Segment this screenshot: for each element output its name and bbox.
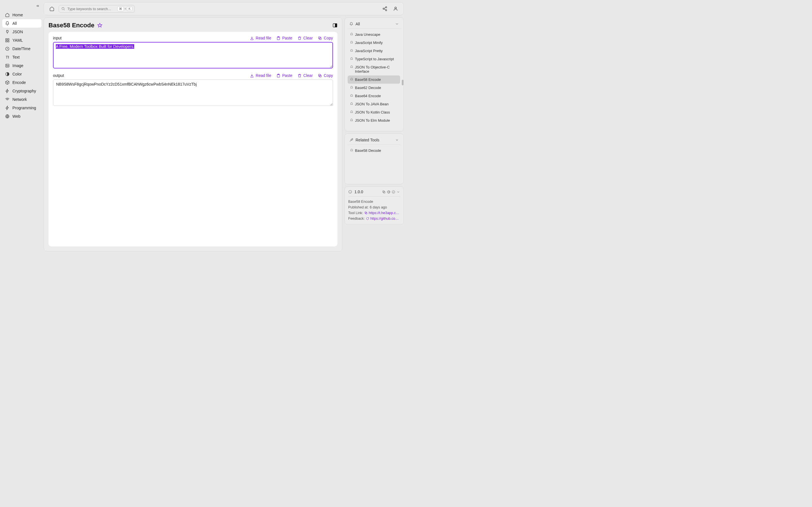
output-clear-button[interactable]: Clear: [297, 73, 313, 78]
input-copy-button[interactable]: Copy: [318, 36, 333, 40]
sidebar-item-datetime[interactable]: Date/Time: [2, 45, 42, 53]
tool-item-json-kotlin[interactable]: JSON To Kotlin Class: [348, 108, 400, 116]
svg-rect-15: [335, 24, 337, 27]
tool-item-base64-encode[interactable]: Base64 Encode: [348, 92, 400, 100]
wifi-icon: [5, 97, 10, 102]
bell-icon: [350, 110, 353, 114]
search-box[interactable]: ⌘ + K: [59, 5, 135, 13]
output-copy-button[interactable]: Copy: [318, 73, 333, 78]
sidebar-item-color[interactable]: Color: [2, 70, 42, 78]
tool-item-json-objc[interactable]: JSON To Objective-C Interface: [348, 63, 400, 75]
sidebar-item-yaml[interactable]: YAML: [2, 36, 42, 45]
published-value: 6 days ago: [370, 205, 387, 209]
bell-icon: [350, 119, 353, 122]
related-tools-list: Base58 Decode: [348, 147, 401, 181]
sidebar-item-label: Encode: [12, 80, 26, 85]
svg-rect-2: [6, 41, 7, 42]
sidebar-item-image[interactable]: Image: [2, 61, 42, 70]
bell-icon: [350, 65, 353, 69]
related-tools-title: Related Tools: [356, 138, 379, 142]
svg-point-28: [392, 190, 395, 193]
sidebar-item-label: YAML: [12, 38, 23, 43]
scrollbar-thumb[interactable]: [402, 80, 403, 86]
user-button[interactable]: [392, 5, 400, 13]
contrast-icon: [5, 72, 10, 76]
favorite-button[interactable]: [97, 23, 102, 28]
feedback-link[interactable]: https://github.com/…: [370, 217, 400, 221]
bell-icon: [350, 94, 353, 98]
svg-point-13: [395, 7, 396, 9]
feedback-label: Feedback:: [348, 217, 364, 221]
all-tools-card: All Java Unescape JavaScript Minify Java…: [345, 17, 404, 131]
output-label: output: [53, 73, 64, 78]
main-area: ⌘ + K Base58 Encode: [44, 0, 406, 253]
tool-item-base62-decode[interactable]: Base62 Decode: [348, 83, 400, 92]
sidebar-item-encode[interactable]: Encode: [2, 78, 42, 87]
all-tools-list[interactable]: Java Unescape JavaScript Minify JavaScri…: [348, 31, 401, 128]
tool-item-js-minify[interactable]: JavaScript Minify: [348, 39, 400, 47]
sidebar-item-programming[interactable]: Programming: [2, 104, 42, 112]
svg-point-12: [386, 10, 387, 11]
bell-icon: [5, 21, 10, 25]
sidebar-item-text[interactable]: Text: [2, 53, 42, 61]
output-paste-button[interactable]: Paste: [276, 73, 292, 78]
input-label: input: [53, 36, 61, 40]
output-read-file-button[interactable]: Read file: [250, 73, 271, 78]
input-paste-button[interactable]: Paste: [276, 36, 292, 40]
sidebar-item-network[interactable]: Network: [2, 95, 42, 104]
sidebar-item-cryptography[interactable]: Cryptography: [2, 87, 42, 95]
tool-item-js-pretty[interactable]: JavaScript Pretty: [348, 47, 400, 55]
tool-item-json-elm[interactable]: JSON To Elm Module: [348, 116, 400, 124]
bell-icon: [350, 49, 353, 52]
sidebar-item-home[interactable]: Home: [2, 11, 42, 19]
box-icon: [5, 80, 10, 85]
svg-point-9: [62, 7, 64, 10]
copy-icon[interactable]: [382, 190, 386, 194]
sidebar-item-web[interactable]: Web: [2, 112, 42, 121]
sidebar-item-all[interactable]: All: [2, 19, 42, 27]
svg-rect-3: [8, 41, 9, 42]
bolt-icon: [5, 106, 10, 110]
input-textarea[interactable]: [53, 42, 333, 68]
input-read-file-button[interactable]: Read file: [250, 36, 271, 40]
chevron-down-icon[interactable]: [396, 190, 400, 194]
tool-item-java-unescape[interactable]: Java Unescape: [348, 31, 400, 39]
chevron-down-icon[interactable]: [395, 138, 399, 142]
tool-body: input Read file Paste Clear: [49, 32, 338, 246]
tool-link[interactable]: https://t.he3app.co…: [369, 211, 400, 215]
output-textarea[interactable]: [53, 79, 333, 106]
wrench-icon: [349, 138, 353, 142]
bell-icon: [350, 41, 353, 44]
clock-icon: [5, 47, 10, 51]
plug-icon: [5, 30, 10, 34]
chevron-down-icon[interactable]: [395, 22, 399, 26]
tool-item-base58-decode[interactable]: Base58 Decode: [348, 147, 401, 155]
info-icon: [348, 190, 352, 194]
sidebar-item-label: Image: [12, 63, 23, 68]
message-icon: [366, 217, 369, 220]
sidebar-collapse-button[interactable]: [2, 3, 42, 11]
search-input[interactable]: [67, 7, 115, 11]
sidebar-item-json[interactable]: JSON: [2, 27, 42, 36]
grid-icon: [5, 38, 10, 43]
share-button[interactable]: [381, 5, 389, 13]
home-button[interactable]: [48, 5, 56, 13]
tool-link-label: Tool Link:: [348, 211, 363, 215]
input-clear-button[interactable]: Clear: [297, 36, 313, 40]
sidebar-item-label: Programming: [12, 106, 36, 110]
kbd-k: K: [127, 6, 132, 11]
panel-toggle-button[interactable]: [333, 23, 338, 28]
keyboard-shortcut: ⌘ + K: [117, 6, 132, 11]
bell-icon: [350, 33, 353, 36]
svg-rect-5: [6, 64, 9, 67]
related-tools-card: Related Tools Base58 Decode: [345, 133, 404, 184]
tool-item-ts-to-js[interactable]: TypeScript to Javascript: [348, 55, 400, 63]
image-icon: [5, 63, 10, 68]
sidebar-item-label: Text: [12, 55, 20, 59]
globe-icon[interactable]: [387, 190, 391, 194]
tool-item-base58-encode[interactable]: Base58 Encode: [348, 75, 400, 83]
tool-item-json-java-bean[interactable]: JSON To JAVA Bean: [348, 100, 400, 108]
content-panel: Base58 Encode input Read file: [44, 17, 342, 251]
check-icon[interactable]: [392, 190, 395, 194]
published-label: Published at:: [348, 205, 368, 209]
